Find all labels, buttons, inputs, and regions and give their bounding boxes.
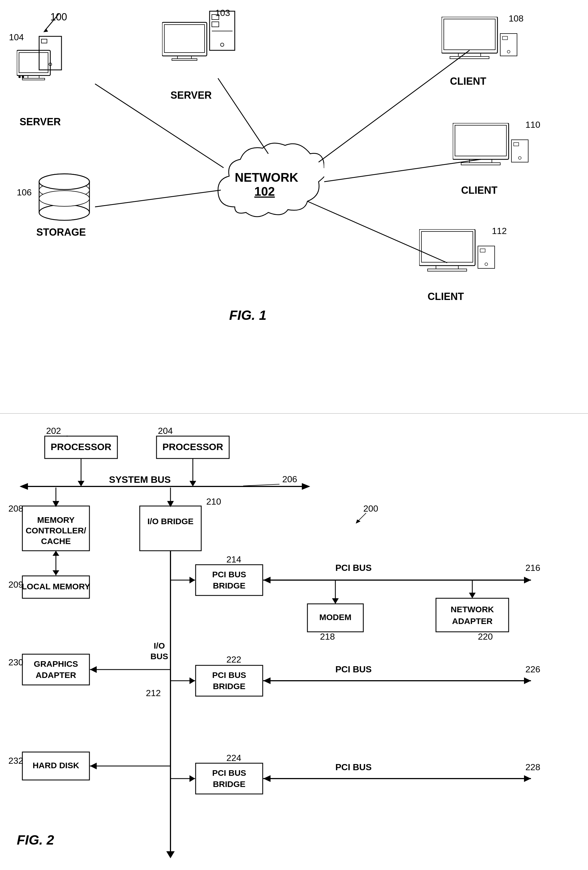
svg-rect-14 [172, 59, 197, 60]
svg-marker-87 [189, 577, 195, 584]
ref-108: 108 [509, 13, 524, 24]
svg-text:210: 210 [206, 496, 221, 507]
svg-rect-35 [455, 125, 506, 156]
label-102: 102 [254, 185, 275, 198]
svg-text:200: 200 [363, 504, 378, 514]
svg-marker-78 [52, 570, 59, 575]
storage-106-icon [36, 173, 92, 225]
fig2-area: PROCESSOR PROCESSOR MEMORY CONTROLLER/ C… [0, 414, 588, 870]
svg-rect-28 [444, 19, 495, 50]
svg-text:I/O BRIDGE: I/O BRIDGE [147, 517, 194, 526]
svg-point-40 [518, 156, 521, 159]
svg-text:PCI BUS: PCI BUS [212, 670, 246, 679]
svg-rect-65 [22, 506, 89, 551]
svg-rect-32 [503, 36, 508, 40]
svg-marker-94 [332, 598, 339, 604]
svg-rect-31 [500, 34, 517, 56]
svg-rect-108 [22, 654, 89, 685]
fig2-svg: PROCESSOR PROCESSOR MEMORY CONTROLLER/ C… [0, 414, 588, 870]
svg-text:218: 218 [320, 632, 335, 642]
client-108-svg [442, 17, 520, 73]
svg-text:ADAPTER: ADAPTER [452, 617, 493, 626]
svg-line-0 [45, 14, 59, 31]
svg-rect-39 [514, 143, 519, 146]
svg-point-33 [507, 50, 510, 53]
svg-rect-44 [427, 269, 467, 271]
svg-text:PCI BUS: PCI BUS [335, 762, 372, 772]
svg-marker-126 [166, 851, 175, 858]
svg-point-47 [485, 263, 488, 265]
svg-rect-75 [22, 576, 89, 598]
svg-rect-113 [196, 763, 263, 794]
svg-rect-91 [307, 604, 363, 632]
label-network: NETWORK [235, 171, 298, 185]
svg-rect-100 [196, 665, 263, 696]
svg-text:224: 224 [226, 753, 241, 763]
svg-text:226: 226 [525, 664, 540, 674]
svg-marker-124 [90, 763, 97, 769]
server-104-svg [17, 34, 86, 118]
svg-text:214: 214 [226, 554, 241, 565]
svg-text:222: 222 [226, 654, 241, 664]
svg-marker-74 [167, 501, 174, 507]
fig1-caption: FIG. 1 [229, 307, 266, 323]
svg-text:PCI BUS: PCI BUS [335, 664, 372, 674]
svg-text:CACHE: CACHE [41, 536, 71, 546]
svg-point-10 [22, 76, 24, 78]
label-server1: SERVER [170, 89, 211, 101]
svg-text:BRIDGE: BRIDGE [213, 779, 246, 789]
svg-text:209: 209 [8, 580, 23, 590]
svg-point-23 [39, 205, 89, 220]
ref-103: 103 [215, 8, 230, 18]
svg-rect-42 [421, 231, 473, 262]
svg-text:204: 204 [158, 426, 173, 436]
ref-110: 110 [525, 120, 540, 130]
svg-marker-64 [189, 481, 196, 486]
label-server2: SERVER [19, 116, 61, 128]
svg-marker-59 [19, 483, 28, 490]
server-103-svg [162, 8, 240, 87]
label-client2: CLIENT [461, 185, 497, 196]
svg-marker-104 [189, 677, 195, 684]
svg-text:212: 212 [146, 688, 161, 698]
svg-rect-30 [450, 57, 489, 59]
svg-rect-54 [45, 436, 118, 459]
svg-text:LOCAL MEMORY: LOCAL MEMORY [22, 582, 90, 591]
svg-text:HARD DISK: HARD DISK [33, 761, 79, 770]
svg-text:PCI BUS: PCI BUS [212, 570, 246, 579]
svg-rect-83 [196, 565, 263, 596]
svg-text:228: 228 [525, 762, 540, 772]
svg-line-50 [95, 190, 221, 207]
svg-text:232: 232 [8, 756, 23, 766]
network-cloud: NETWORK 102 [212, 137, 324, 228]
svg-rect-95 [436, 598, 509, 632]
svg-rect-45 [478, 246, 495, 268]
svg-text:I/O: I/O [154, 641, 165, 650]
svg-text:PCI BUS: PCI BUS [212, 768, 246, 778]
svg-rect-12 [164, 25, 205, 52]
svg-rect-8 [22, 78, 45, 80]
svg-text:SYSTEM BUS: SYSTEM BUS [109, 474, 171, 485]
svg-text:ADAPTER: ADAPTER [36, 670, 76, 679]
label-storage: STORAGE [36, 226, 86, 238]
svg-rect-5 [17, 50, 50, 76]
svg-text:PROCESSOR: PROCESSOR [51, 441, 111, 452]
svg-marker-90 [524, 577, 531, 584]
svg-text:MODEM: MODEM [319, 612, 351, 622]
svg-rect-36 [469, 159, 492, 163]
svg-text:230: 230 [8, 657, 23, 667]
svg-text:220: 220 [478, 632, 493, 642]
svg-text:202: 202 [46, 426, 61, 436]
svg-marker-60 [302, 483, 310, 490]
storage-106-svg [36, 173, 92, 223]
svg-rect-19 [212, 31, 232, 31]
svg-rect-17 [212, 22, 219, 27]
server-104-icon [17, 34, 86, 119]
svg-text:GRAPHICS: GRAPHICS [34, 659, 78, 669]
svg-text:CONTROLLER/: CONTROLLER/ [26, 526, 86, 535]
svg-marker-89 [263, 577, 271, 584]
svg-point-18 [220, 43, 224, 46]
svg-rect-121 [22, 752, 89, 780]
svg-marker-120 [524, 775, 531, 782]
svg-point-9 [18, 76, 21, 78]
